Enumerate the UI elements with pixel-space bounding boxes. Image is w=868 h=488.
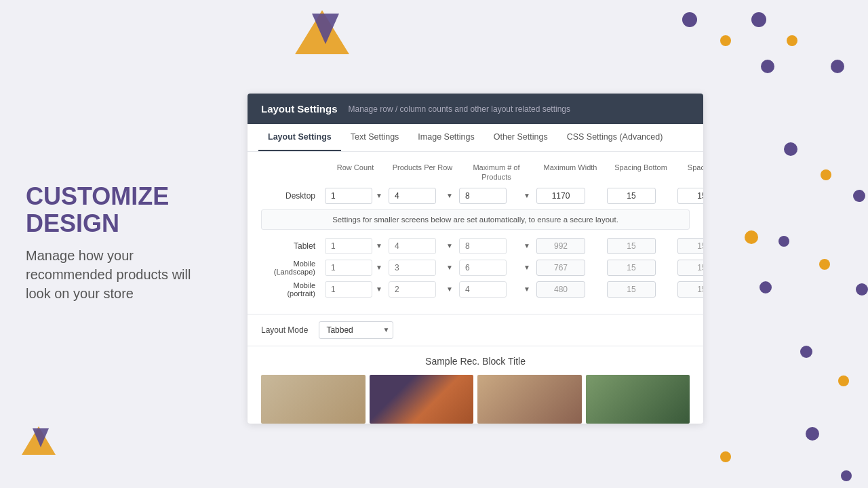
products-per-row-mp-wrap: 2 ▼ xyxy=(389,281,456,298)
max-products-tablet-wrap: 8 ▼ xyxy=(459,238,534,254)
tab-other[interactable]: Other Settings xyxy=(484,124,557,151)
row-label-desktop: Desktop xyxy=(268,191,322,201)
col-header-products-per-row: Products Per Row xyxy=(389,163,456,182)
max-width-desktop[interactable] xyxy=(536,188,585,204)
chevron-icon-ml2: ▼ xyxy=(446,264,453,271)
row-count-desktop[interactable]: 123 xyxy=(325,188,372,204)
layout-mode-select[interactable]: Tabbed Grid Carousel xyxy=(319,321,393,339)
row-count-tablet: 1 xyxy=(325,238,372,254)
table-area: Row Count Products Per Row Maximum # of … xyxy=(248,152,703,314)
dot-4 xyxy=(787,35,797,46)
sample-image-2 xyxy=(370,375,474,424)
spacing-top-mp xyxy=(677,281,703,298)
sample-image-4 xyxy=(586,375,690,424)
chevron-icon-t3: ▼ xyxy=(524,242,530,249)
col-header-max-products: Maximum # of Products xyxy=(459,163,534,182)
sample-image-1 xyxy=(261,375,366,424)
products-per-row-tablet-wrap: 4 ▼ xyxy=(389,238,456,254)
spacing-bottom-mp xyxy=(607,281,656,298)
table-row-mobile-portrait: Mobile (portrait) 1 ▼ 2 ▼ 4 ▼ xyxy=(261,281,690,298)
dot-12 xyxy=(819,259,830,270)
max-products-ml: 6 xyxy=(459,260,507,276)
row-label-mobile-portrait: Mobile (portrait) xyxy=(268,281,322,298)
tab-image[interactable]: Image Settings xyxy=(408,124,484,151)
dot-14 xyxy=(856,283,868,296)
chevron-icon-mp2: ▼ xyxy=(446,285,453,293)
chevron-down-icon-2: ▼ xyxy=(446,192,453,199)
products-per-row-ml: 3 xyxy=(389,260,436,276)
dot-7 xyxy=(784,142,797,156)
max-products-mp: 4 xyxy=(459,281,507,298)
sample-image-3 xyxy=(477,375,582,424)
row-label-mobile-landscape: Mobile (Landscape) xyxy=(268,260,322,276)
dot-5 xyxy=(761,60,774,73)
row-count-mp-wrap: 1 ▼ xyxy=(325,281,386,298)
col-header-spacing-top: Spacing Top xyxy=(677,163,703,182)
sample-block-title: Sample Rec. Block Title xyxy=(261,356,690,367)
spacing-top-ml xyxy=(677,260,703,276)
chevron-icon-t2: ▼ xyxy=(446,242,453,249)
spacing-top-desktop[interactable] xyxy=(677,188,703,204)
col-header-max-width: Maximum Width xyxy=(536,163,604,182)
products-per-row-ml-wrap: 3 ▼ xyxy=(389,260,456,276)
chevron-down-icon: ▼ xyxy=(376,192,382,199)
row-count-desktop-wrap[interactable]: 123 ▼ xyxy=(325,188,386,204)
max-width-tablet xyxy=(536,238,585,254)
panel-title: Layout Settings xyxy=(261,103,338,115)
chevron-icon-mp1: ▼ xyxy=(376,285,382,293)
chevron-down-icon-3: ▼ xyxy=(524,192,530,199)
logo-bottom xyxy=(20,424,58,461)
max-products-ml-wrap: 6 ▼ xyxy=(459,260,534,276)
max-products-mp-wrap: 4 ▼ xyxy=(459,281,534,298)
col-header-empty xyxy=(268,163,322,182)
dot-21 xyxy=(841,470,852,481)
dot-6 xyxy=(831,60,844,73)
row-count-mp: 1 xyxy=(325,281,372,298)
layout-mode-select-wrap[interactable]: Tabbed Grid Carousel ▼ xyxy=(319,321,393,339)
layout-mode-label: Layout Mode xyxy=(261,325,308,335)
sample-block: Sample Rec. Block Title xyxy=(248,346,703,424)
spacing-bottom-ml xyxy=(607,260,656,276)
panel-header: Layout Settings Manage row / column coun… xyxy=(248,94,703,124)
info-banner: Settings for smaller screens below are s… xyxy=(261,209,690,230)
max-width-mp xyxy=(536,281,585,298)
products-per-row-desktop[interactable]: 435 xyxy=(389,188,436,204)
dot-9 xyxy=(853,190,865,202)
sample-images-grid xyxy=(261,375,690,424)
tab-text[interactable]: Text Settings xyxy=(341,124,409,151)
chevron-icon-ml1: ▼ xyxy=(376,264,382,271)
dot-20 xyxy=(720,451,731,462)
dot-15 xyxy=(800,346,812,358)
products-per-row-desktop-wrap[interactable]: 435 ▼ xyxy=(389,188,456,204)
tab-css[interactable]: CSS Settings (Advanced) xyxy=(557,124,673,151)
chevron-icon-mp3: ▼ xyxy=(524,285,530,293)
left-heading: CUSTOMIZE DESIGN xyxy=(26,183,216,237)
dot-13 xyxy=(760,281,772,293)
max-products-desktop-wrap[interactable]: 8412 ▼ xyxy=(459,188,534,204)
spacing-bottom-desktop[interactable] xyxy=(607,188,656,204)
spacing-bottom-tablet xyxy=(607,238,656,254)
dot-3 xyxy=(720,35,731,46)
layout-mode-row: Layout Mode Tabbed Grid Carousel ▼ xyxy=(248,314,703,346)
tab-layout[interactable]: Layout Settings xyxy=(258,124,341,151)
col-headers: Row Count Products Per Row Maximum # of … xyxy=(261,163,690,182)
row-count-ml-wrap: 1 ▼ xyxy=(325,260,386,276)
left-panel: CUSTOMIZE DESIGN Manage how your recomme… xyxy=(26,183,216,303)
chevron-icon-t1: ▼ xyxy=(376,242,382,249)
table-row-desktop: Desktop 123 ▼ 435 ▼ 8412 ▼ xyxy=(261,188,690,204)
panel-subtitle: Manage row / column counts and other lay… xyxy=(349,104,571,114)
logo-top xyxy=(292,7,353,64)
dot-1 xyxy=(682,12,697,27)
dot-8 xyxy=(821,169,831,180)
table-row-tablet: Tablet 1 ▼ 4 ▼ 8 ▼ xyxy=(261,238,690,254)
spacing-top-tablet xyxy=(677,238,703,254)
max-products-tablet: 8 xyxy=(459,238,507,254)
col-header-spacing-bottom: Spacing Bottom xyxy=(607,163,675,182)
max-products-desktop[interactable]: 8412 xyxy=(459,188,507,204)
chevron-icon-ml3: ▼ xyxy=(524,264,530,271)
row-label-tablet: Tablet xyxy=(268,241,322,251)
products-per-row-mp: 2 xyxy=(389,281,436,298)
products-per-row-tablet: 4 xyxy=(389,238,436,254)
dot-11 xyxy=(778,236,789,247)
row-count-tablet-wrap: 1 ▼ xyxy=(325,238,386,254)
